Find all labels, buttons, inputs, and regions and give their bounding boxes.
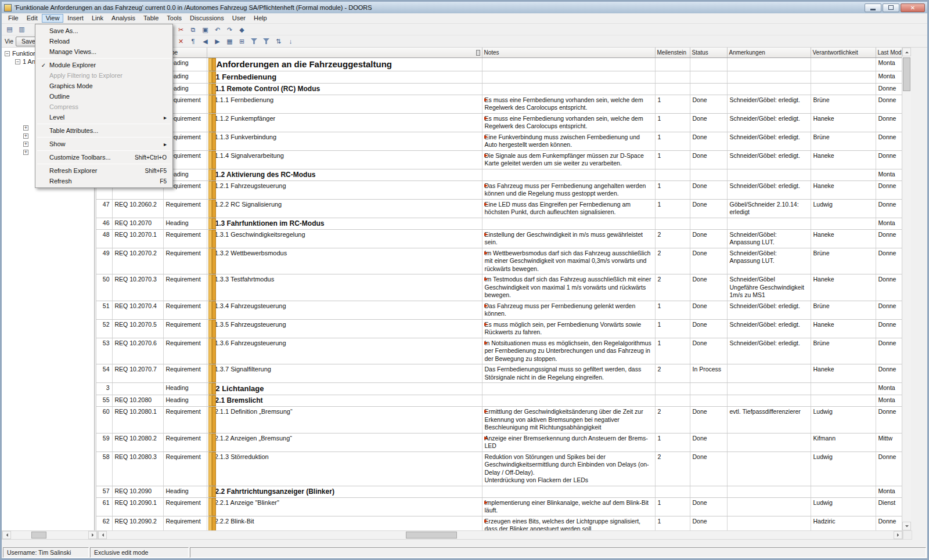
- status-cell[interactable]: Done: [690, 274, 727, 301]
- object-text-cell[interactable]: 1.1.3.6 Fahrzeugsteuerung: [207, 338, 482, 364]
- object-id-cell[interactable]: 59: [96, 433, 112, 451]
- notes-cell[interactable]: Implementierung einer Blinkanalge, welch…: [482, 497, 655, 516]
- object-id-cell[interactable]: 60: [96, 407, 112, 433]
- last-modified-cell[interactable]: Monta: [876, 486, 902, 497]
- menu-item-reload[interactable]: Reload: [37, 36, 171, 46]
- status-cell[interactable]: In Process: [690, 364, 727, 383]
- remarks-cell[interactable]: [727, 451, 811, 486]
- object-text-cell[interactable]: 1.2.1.3 Störreduktion: [207, 451, 482, 486]
- table-row[interactable]: 61REQ 10.2090.1Requirement1.2.2.1 Anzeig…: [96, 497, 902, 516]
- remarks-cell[interactable]: evtl. Tiefpassdifferenzierer: [727, 407, 811, 433]
- object-type-cell[interactable]: Requirement: [163, 338, 207, 364]
- table-row[interactable]: 57REQ 10.2090Heading1.2.2 Fahrtrichtungs…: [96, 486, 902, 497]
- object-text-cell[interactable]: 1.1.3 Fahrfunktionen im RC-Modus: [207, 218, 482, 229]
- last-modified-cell[interactable]: Donne: [876, 95, 902, 113]
- minimize-button[interactable]: [865, 3, 881, 12]
- status-cell[interactable]: Done: [690, 451, 727, 486]
- maximize-button[interactable]: [883, 3, 899, 12]
- object-text-cell[interactable]: 1.1.2 Aktivierung des RC-Modus: [207, 169, 482, 180]
- status-cell[interactable]: [690, 218, 727, 229]
- object-text-cell[interactable]: 1.1.1.2 Funkempfänger: [207, 113, 482, 132]
- responsible-cell[interactable]: Brüne: [811, 301, 876, 319]
- table-row[interactable]: 47REQ 10.2060.2Requirement1.1.2.2 RC Sig…: [96, 199, 902, 218]
- titlebar[interactable]: 'Funktionale Anforderungen an das Fahrze…: [2, 2, 927, 13]
- milestone-cell[interactable]: 1: [655, 199, 690, 218]
- object-id-cell[interactable]: 52: [96, 319, 112, 338]
- last-modified-cell[interactable]: Donne: [876, 132, 902, 150]
- remarks-cell[interactable]: Schneider/Göbel: erledigt.: [727, 319, 811, 338]
- object-id-cell[interactable]: 61: [96, 497, 112, 516]
- copy-icon[interactable]: ⧉: [188, 25, 198, 34]
- milestone-cell[interactable]: [655, 486, 690, 497]
- menu-analysis[interactable]: Analysis: [107, 14, 139, 23]
- menu-file[interactable]: File: [4, 14, 23, 23]
- menu-help[interactable]: Help: [250, 14, 271, 23]
- sort-az-icon[interactable]: ↓: [286, 37, 296, 46]
- milestone-cell[interactable]: 2: [655, 274, 690, 301]
- menu-insert[interactable]: Insert: [63, 14, 88, 23]
- last-modified-cell[interactable]: Dienst: [876, 497, 902, 516]
- milestone-cell[interactable]: 1: [655, 433, 690, 451]
- notes-cell[interactable]: Reduktion von Störungen und Spikes bei d…: [482, 451, 655, 486]
- milestone-cell[interactable]: 2: [655, 229, 690, 248]
- redo-icon[interactable]: ↷: [225, 25, 235, 34]
- notes-cell[interactable]: Einstellung der Geschwindigkeit in m/s m…: [482, 229, 655, 248]
- responsible-cell[interactable]: [811, 71, 876, 83]
- table-row[interactable]: Heading1 Anforderungen an die Fahrzeugge…: [96, 57, 902, 71]
- responsible-cell[interactable]: Haneke: [811, 229, 876, 248]
- notes-cell[interactable]: Anzeige einer Bremserkennung durch Anste…: [482, 433, 655, 451]
- object-type-cell[interactable]: Requirement: [163, 248, 207, 274]
- req-number-cell[interactable]: [112, 383, 163, 395]
- column-header-object-text[interactable]: [207, 48, 482, 57]
- grid-hscrollbar[interactable]: [98, 530, 903, 540]
- milestone-cell[interactable]: 1: [655, 95, 690, 113]
- remarks-cell[interactable]: Schneider/Göbel: erledigt.: [727, 338, 811, 364]
- delete-icon[interactable]: ✕: [176, 37, 186, 46]
- responsible-cell[interactable]: Haneke: [811, 113, 876, 132]
- milestone-cell[interactable]: [655, 169, 690, 180]
- notes-cell[interactable]: Eine Funkverbindung muss zwischen Fernbe…: [482, 132, 655, 150]
- notes-cell[interactable]: Es muss eine Fernbedienung vorhanden sei…: [482, 95, 655, 113]
- status-cell[interactable]: Done: [690, 229, 727, 248]
- table-row[interactable]: Heading1.1.2 Aktivierung des RC-ModusMon…: [96, 169, 902, 180]
- status-cell[interactable]: [690, 71, 727, 83]
- milestone-cell[interactable]: 1: [655, 180, 690, 199]
- status-cell[interactable]: Done: [690, 516, 727, 530]
- notes-cell[interactable]: Eine LED muss das Eingreifen per Fernbed…: [482, 199, 655, 218]
- last-modified-cell[interactable]: Monta: [876, 395, 902, 407]
- last-modified-cell[interactable]: Donne: [876, 150, 902, 169]
- table-row[interactable]: 48REQ 10.2070.1Requirement1.1.3.1 Geschw…: [96, 229, 902, 248]
- object-id-cell[interactable]: 54: [96, 364, 112, 383]
- table-row[interactable]: Requirement1.1.1.2 FunkempfängerEs muss …: [96, 113, 902, 132]
- req-number-cell[interactable]: REQ 10.2070.6: [112, 338, 163, 364]
- scroll-right-icon[interactable]: [894, 531, 902, 539]
- last-modified-cell[interactable]: Mittw: [876, 433, 902, 451]
- responsible-cell[interactable]: Haneke: [811, 274, 876, 301]
- object-text-cell[interactable]: 1 Anforderungen an die Fahrzeuggestaltun…: [207, 57, 482, 71]
- menu-discussions[interactable]: Discussions: [186, 14, 228, 23]
- notes-cell[interactable]: Das Fahrzeug muss per Fernbedienung ange…: [482, 180, 655, 199]
- object-type-cell[interactable]: Heading: [163, 486, 207, 497]
- milestone-cell[interactable]: 2: [655, 407, 690, 433]
- notes-cell[interactable]: [482, 395, 655, 407]
- last-modified-cell[interactable]: Donne: [876, 83, 902, 95]
- last-modified-cell[interactable]: Monta: [876, 383, 902, 395]
- milestone-cell[interactable]: 1: [655, 113, 690, 132]
- column-header-responsible[interactable]: Verantwortlichkeit: [811, 48, 876, 57]
- object-type-cell[interactable]: Heading: [163, 395, 207, 407]
- req-number-cell[interactable]: REQ 10.2080.1: [112, 407, 163, 433]
- object-type-cell[interactable]: Heading: [163, 218, 207, 229]
- responsible-cell[interactable]: Ludwig: [811, 497, 876, 516]
- responsible-cell[interactable]: Brüne: [811, 132, 876, 150]
- expand-icon[interactable]: [23, 133, 28, 139]
- vertical-scrollbar[interactable]: [902, 48, 911, 530]
- object-text-cell[interactable]: 1.2.2 Fahrtrichtungsanzeiger (Blinker): [207, 486, 482, 497]
- last-modified-cell[interactable]: Monta: [876, 169, 902, 180]
- remarks-cell[interactable]: Göbel/Schneider 2.10.14: erledigt: [727, 199, 811, 218]
- req-number-cell[interactable]: REQ 10.2080: [112, 395, 163, 407]
- milestone-cell[interactable]: [655, 57, 690, 71]
- req-number-cell[interactable]: REQ 10.2070.5: [112, 319, 163, 338]
- object-id-cell[interactable]: 58: [96, 451, 112, 486]
- last-modified-cell[interactable]: Donne: [876, 199, 902, 218]
- remarks-cell[interactable]: Schneider/Göbel: erledigt.: [727, 95, 811, 113]
